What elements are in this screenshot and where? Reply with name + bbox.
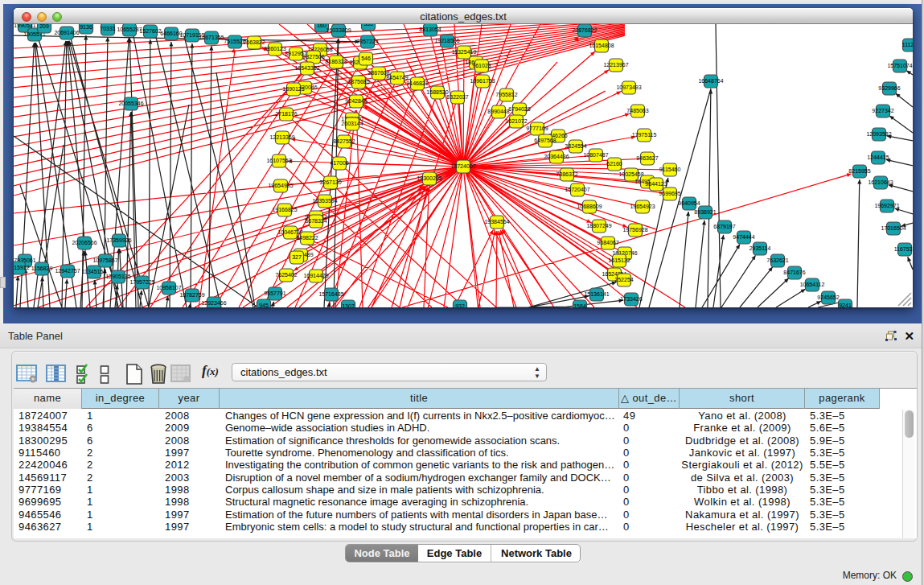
svg-text:16648764: 16648764 [698, 78, 723, 84]
svg-text:20206566: 20206566 [72, 240, 97, 245]
svg-text:7386372: 7386372 [556, 171, 577, 177]
svg-text:10025458: 10025458 [618, 171, 643, 177]
svg-text:335: 335 [363, 24, 373, 27]
svg-text:7663822: 7663822 [243, 39, 265, 45]
svg-text:16107553: 16107553 [266, 158, 291, 163]
svg-text:1621072: 1621072 [505, 118, 527, 124]
svg-text:19654923: 19654923 [630, 204, 655, 209]
svg-text:1615132: 1615132 [608, 257, 630, 263]
svg-text:8186328: 8186328 [325, 59, 347, 64]
svg-text:11123: 11123 [902, 42, 913, 47]
svg-text:18300295: 18300295 [417, 175, 441, 181]
svg-text:16154808: 16154808 [589, 43, 614, 48]
svg-text:20691406: 20691406 [54, 30, 79, 35]
svg-text:1588520: 1588520 [426, 89, 448, 95]
svg-text:1307: 1307 [342, 303, 355, 307]
svg-text:12213967: 12213967 [603, 62, 628, 68]
svg-text:16671355: 16671355 [199, 35, 224, 40]
svg-text:945: 945 [259, 303, 269, 307]
svg-text:2603144: 2603144 [341, 121, 363, 126]
svg-text:16914479: 16914479 [303, 273, 328, 278]
svg-text:16210643: 16210643 [868, 179, 893, 185]
svg-text:10655287: 10655287 [117, 27, 142, 32]
svg-text:546: 546 [361, 56, 371, 61]
svg-text:9657791: 9657791 [264, 290, 285, 296]
svg-text:18807249: 18807249 [586, 223, 611, 229]
svg-text:20876822: 20876822 [572, 27, 597, 33]
svg-text:2935114: 2935114 [749, 245, 771, 251]
svg-text:8678334: 8678334 [305, 218, 326, 224]
svg-text:10688609: 10688609 [577, 204, 602, 209]
svg-text:8215955: 8215955 [848, 168, 870, 174]
svg-text:10973493: 10973493 [616, 84, 641, 90]
svg-text:20055346: 20055346 [118, 101, 143, 106]
svg-text:15716485: 15716485 [318, 291, 343, 297]
svg-text:6879197: 6879197 [713, 224, 735, 229]
svg-text:7485063: 7485063 [626, 108, 648, 113]
svg-text:9640954: 9640954 [678, 200, 700, 206]
svg-text:932: 932 [455, 303, 465, 307]
svg-text:9115460: 9115460 [659, 167, 681, 172]
svg-text:15751074: 15751074 [887, 63, 912, 68]
svg-text:12923466: 12923466 [201, 300, 226, 306]
svg-text:9245652: 9245652 [817, 295, 839, 300]
svg-text:7632621: 7632621 [766, 257, 788, 263]
svg-text:160: 160 [317, 24, 326, 28]
svg-text:3498222: 3498222 [296, 235, 318, 241]
svg-text:1733426: 1733426 [620, 296, 642, 302]
svg-text:15720407: 15720407 [565, 187, 589, 192]
svg-text:327: 327 [292, 254, 302, 260]
svg-text:7955812: 7955812 [495, 92, 517, 97]
svg-text:9463627: 9463627 [636, 155, 658, 161]
svg-text:11325419: 11325419 [452, 49, 477, 55]
svg-text:10958107: 10958107 [156, 285, 181, 290]
svg-text:10654112: 10654112 [800, 282, 825, 287]
svg-text:12213369: 12213369 [269, 134, 294, 140]
svg-text:19756928: 19756928 [622, 227, 647, 233]
svg-text:8938921: 8938921 [694, 209, 716, 215]
svg-text:19692971: 19692971 [874, 203, 899, 208]
svg-text:19218506: 19218506 [434, 38, 459, 43]
svg-text:17975115: 17975115 [632, 132, 657, 138]
svg-text:16782759: 16782759 [179, 292, 204, 298]
svg-text:17359926: 17359926 [106, 237, 131, 243]
svg-text:17957225: 17957225 [129, 279, 154, 285]
svg-text:6497568: 6497568 [534, 138, 556, 143]
svg-text:10046738: 10046738 [277, 229, 302, 235]
svg-text:15136141: 15136141 [584, 291, 609, 297]
svg-text:16543382: 16543382 [294, 65, 319, 71]
svg-text:12905135: 12905135 [105, 274, 130, 279]
svg-text:3915912: 3915912 [14, 265, 30, 270]
svg-text:8471676: 8471676 [783, 270, 805, 275]
svg-text:8427552: 8427552 [333, 138, 355, 144]
svg-text:8813054: 8813054 [419, 27, 441, 32]
svg-text:9146821: 9146821 [406, 80, 428, 86]
svg-text:9136: 9136 [80, 24, 92, 30]
svg-text:9777169: 9777169 [526, 126, 548, 131]
svg-text:10961758: 10961758 [470, 78, 495, 84]
svg-text:18724007: 18724007 [450, 163, 475, 169]
svg-text:62160: 62160 [606, 161, 622, 167]
svg-text:9860123: 9860123 [264, 46, 285, 51]
svg-text:3875685: 3875685 [347, 79, 369, 84]
svg-text:3267130: 3267130 [319, 179, 341, 185]
svg-text:9844123: 9844123 [645, 181, 667, 187]
svg-text:2718176: 2718176 [275, 111, 297, 117]
svg-text:8454749: 8454749 [386, 75, 408, 80]
svg-text:17016504: 17016504 [881, 225, 906, 231]
svg-text:7357224: 7357224 [356, 39, 378, 44]
svg-text:961023: 961023 [472, 63, 491, 68]
svg-text:11345154: 11345154 [82, 269, 107, 274]
svg-text:12942757: 12942757 [55, 268, 80, 274]
svg-text:19166825: 19166825 [272, 207, 297, 212]
svg-text:209: 209 [39, 24, 49, 29]
svg-text:10975867: 10975867 [92, 257, 117, 263]
svg-text:12093582: 12093582 [866, 131, 891, 137]
svg-text:16033809: 16033809 [326, 27, 351, 33]
svg-text:10807487: 10807487 [583, 152, 608, 158]
svg-text:19654985: 19654985 [268, 183, 293, 188]
svg-text:9699695: 9699695 [659, 191, 680, 196]
svg-text:1167533: 1167533 [894, 246, 913, 252]
svg-text:9327506: 9327506 [302, 54, 324, 60]
svg-text:9242848: 9242848 [345, 98, 367, 104]
